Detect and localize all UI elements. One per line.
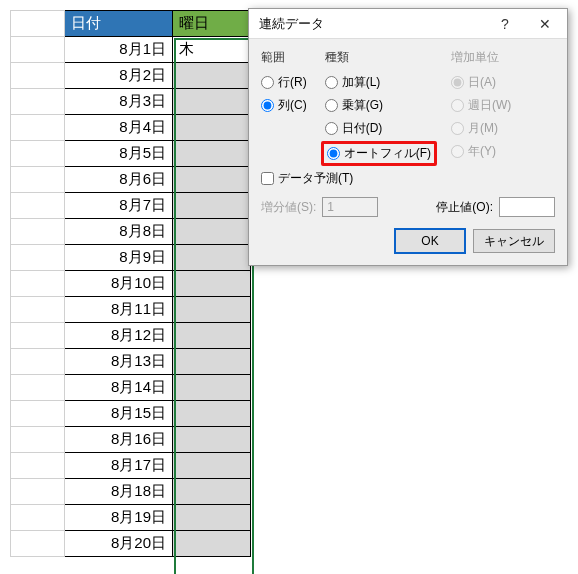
row-header[interactable] — [11, 349, 65, 375]
cell-date[interactable]: 8月18日 — [65, 479, 173, 505]
checkbox-trend[interactable]: データ予測(T) — [261, 170, 555, 187]
row-header[interactable] — [11, 427, 65, 453]
cell-weekday[interactable] — [173, 193, 251, 219]
cell-date[interactable]: 8月4日 — [65, 115, 173, 141]
cell-weekday[interactable] — [173, 401, 251, 427]
group-range: 範囲 行(R) 列(C) — [261, 49, 307, 164]
group-unit-title: 増加単位 — [451, 49, 511, 66]
row-header[interactable] — [11, 375, 65, 401]
radio-day: 日(A) — [451, 74, 511, 91]
radio-year: 年(Y) — [451, 143, 511, 160]
cell-weekday[interactable] — [173, 115, 251, 141]
cell-weekday[interactable]: 木 — [173, 37, 251, 63]
radio-date[interactable]: 日付(D) — [325, 120, 433, 137]
cell-date[interactable]: 8月20日 — [65, 531, 173, 557]
radio-cols[interactable]: 列(C) — [261, 97, 307, 114]
cell-weekday[interactable] — [173, 245, 251, 271]
help-icon: ? — [501, 16, 509, 32]
close-button[interactable]: ✕ — [525, 10, 565, 38]
cell-date[interactable]: 8月7日 — [65, 193, 173, 219]
radio-growth[interactable]: 乗算(G) — [325, 97, 433, 114]
row-header[interactable] — [11, 141, 65, 167]
group-range-title: 範囲 — [261, 49, 307, 66]
cell-weekday[interactable] — [173, 219, 251, 245]
row-header[interactable] — [11, 401, 65, 427]
cell-date[interactable]: 8月14日 — [65, 375, 173, 401]
row-header[interactable] — [11, 167, 65, 193]
radio-month: 月(M) — [451, 120, 511, 137]
cell-date[interactable]: 8月11日 — [65, 297, 173, 323]
help-button[interactable]: ? — [485, 10, 525, 38]
cell-date[interactable]: 8月12日 — [65, 323, 173, 349]
group-date-unit: 増加単位 日(A) 週日(W) 月(M) 年(Y) — [451, 49, 511, 164]
cell-weekday[interactable] — [173, 479, 251, 505]
radio-rows[interactable]: 行(R) — [261, 74, 307, 91]
row-header[interactable] — [11, 297, 65, 323]
cell-date[interactable]: 8月19日 — [65, 505, 173, 531]
close-icon: ✕ — [539, 16, 551, 32]
dialog-titlebar[interactable]: 連続データ ? ✕ — [249, 9, 567, 39]
cell-weekday[interactable] — [173, 89, 251, 115]
cell-date[interactable]: 8月2日 — [65, 63, 173, 89]
col-header-weekday[interactable]: 曜日 — [173, 11, 251, 37]
row-header[interactable] — [11, 193, 65, 219]
cancel-button[interactable]: キャンセル — [473, 229, 555, 253]
series-dialog: 連続データ ? ✕ 範囲 行(R) 列(C) 種類 加算(L) — [248, 8, 568, 266]
step-input — [322, 197, 378, 217]
cell-date[interactable]: 8月9日 — [65, 245, 173, 271]
cell-date[interactable]: 8月17日 — [65, 453, 173, 479]
row-header[interactable] — [11, 115, 65, 141]
cell-weekday[interactable] — [173, 453, 251, 479]
cell-weekday[interactable] — [173, 63, 251, 89]
cell-date[interactable]: 8月1日 — [65, 37, 173, 63]
cell-weekday[interactable] — [173, 427, 251, 453]
spreadsheet-grid[interactable]: 日付 曜日 8月1日木8月2日8月3日8月4日8月5日8月6日8月7日8月8日8… — [10, 10, 251, 557]
row-header[interactable] — [11, 89, 65, 115]
row-header[interactable] — [11, 219, 65, 245]
cell-weekday[interactable] — [173, 531, 251, 557]
cell-date[interactable]: 8月13日 — [65, 349, 173, 375]
radio-linear[interactable]: 加算(L) — [325, 74, 433, 91]
cell-date[interactable]: 8月8日 — [65, 219, 173, 245]
cell-weekday[interactable] — [173, 167, 251, 193]
row-header[interactable] — [11, 531, 65, 557]
cell-date[interactable]: 8月6日 — [65, 167, 173, 193]
cell-date[interactable]: 8月15日 — [65, 401, 173, 427]
dialog-title: 連続データ — [259, 15, 485, 33]
stop-input[interactable] — [499, 197, 555, 217]
ok-button[interactable]: OK — [395, 229, 465, 253]
row-header[interactable] — [11, 453, 65, 479]
group-type: 種類 加算(L) 乗算(G) 日付(D) オートフィル(F) — [325, 49, 433, 164]
group-type-title: 種類 — [325, 49, 433, 66]
cell-weekday[interactable] — [173, 349, 251, 375]
row-header[interactable] — [11, 245, 65, 271]
cell-date[interactable]: 8月10日 — [65, 271, 173, 297]
cell-weekday[interactable] — [173, 297, 251, 323]
cell-weekday[interactable] — [173, 375, 251, 401]
row-header-blank — [11, 11, 65, 37]
cell-date[interactable]: 8月3日 — [65, 89, 173, 115]
cell-weekday[interactable] — [173, 323, 251, 349]
row-header[interactable] — [11, 271, 65, 297]
cell-weekday[interactable] — [173, 141, 251, 167]
stop-label: 停止値(O): — [436, 199, 493, 216]
cell-weekday[interactable] — [173, 505, 251, 531]
col-header-date[interactable]: 日付 — [65, 11, 173, 37]
row-header[interactable] — [11, 63, 65, 89]
row-header[interactable] — [11, 37, 65, 63]
cell-weekday[interactable] — [173, 271, 251, 297]
cell-date[interactable]: 8月5日 — [65, 141, 173, 167]
radio-weekday: 週日(W) — [451, 97, 511, 114]
step-label: 増分値(S): — [261, 199, 316, 216]
row-header[interactable] — [11, 479, 65, 505]
row-header[interactable] — [11, 323, 65, 349]
row-header[interactable] — [11, 505, 65, 531]
cell-date[interactable]: 8月16日 — [65, 427, 173, 453]
radio-autofill[interactable]: オートフィル(F) — [321, 141, 437, 166]
